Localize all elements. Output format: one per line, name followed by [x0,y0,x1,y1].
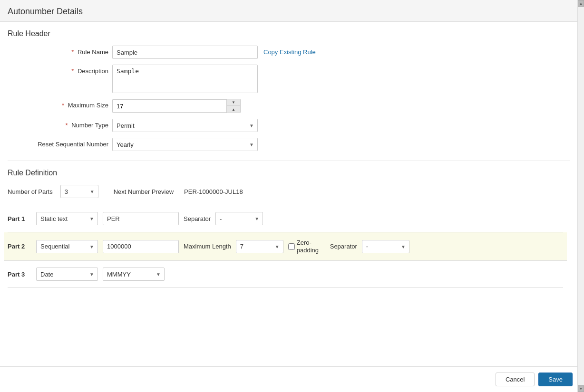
scrollbar-down-button[interactable]: ▼ [578,385,584,392]
rule-definition-section: Rule Definition Number of Parts 1 2 3 4 … [8,169,570,288]
next-number-value: PER-1000000-JUL18 [184,188,243,195]
required-star-name: * [71,48,74,56]
cancel-button[interactable]: Cancel [496,373,535,386]
max-size-spinner: ▼ ▲ [112,99,241,113]
max-size-input[interactable] [112,99,226,113]
required-star-desc: * [71,67,74,75]
section-divider [8,161,570,161]
part-2-separator-select[interactable]: - / . None [362,240,409,253]
part-2-label: Part 2 [8,243,31,250]
part-3-type-select[interactable]: Static text Sequential Date Free Text [36,268,98,281]
part-1-value-input[interactable] [103,212,179,225]
part-1-label: Part 1 [8,215,31,222]
number-type-select-wrap: Permit License Case ▼ [112,119,258,132]
rule-header-title: Rule Header [8,29,570,38]
part-2-separator-select-wrap: - / . None ▼ [362,240,409,253]
footer-bar: Cancel Save [0,366,584,392]
required-star-numtype: * [66,122,68,129]
reset-seq-select[interactable]: Yearly Monthly Never [112,138,258,151]
next-number-label: Next Number Preview [114,188,174,195]
rule-header-section: Rule Header * Rule Name Copy Existing Ru… [8,29,570,151]
description-input[interactable]: Sample [112,65,258,93]
rule-name-row: * Rule Name Copy Existing Rule [8,46,570,59]
zero-padding-wrap: Zero-padding [288,239,325,254]
title-bar: Autonumber Details [0,0,584,22]
spinner-down-button[interactable]: ▼ [227,99,240,106]
spinner-up-button[interactable]: ▲ [227,106,240,113]
num-parts-label: Number of Parts [8,188,53,195]
part-1-type-select-wrap: Static text Sequential Date Free Text ▼ [36,212,98,225]
page-container: Autonumber Details ▲ ▼ Rule Header * Rul… [0,0,584,392]
part-2-maxlen-select-wrap: 1234 567 8910 ▼ [236,240,283,253]
page-title: Autonumber Details [8,7,576,17]
reset-seq-row: Reset Sequential Number Yearly Monthly N… [8,138,570,151]
num-parts-select-wrap: 1 2 3 4 5 ▼ [60,185,98,198]
number-type-row: * Number Type Permit License Case ▼ [8,119,570,132]
save-button[interactable]: Save [538,373,573,386]
copy-existing-rule-link[interactable]: Copy Existing Rule [263,46,316,56]
part-2-row: Part 2 Static text Sequential Date Free … [4,232,567,261]
part-2-type-select-wrap: Static text Sequential Date Free Text ▼ [36,240,98,253]
part-1-separator-label: Separator [184,215,211,222]
part-2-maxlen-select[interactable]: 1234 567 8910 [236,240,283,253]
part-3-type-select-wrap: Static text Sequential Date Free Text ▼ [36,268,98,281]
num-parts-select[interactable]: 1 2 3 4 5 [60,185,98,198]
rd-header: Number of Parts 1 2 3 4 5 ▼ Next Number … [8,185,563,198]
description-label: * Description [8,65,112,75]
scrollbar-track: ▲ ▼ [577,0,584,392]
required-star-maxsize: * [62,102,64,109]
part-1-type-select[interactable]: Static text Sequential Date Free Text [36,212,98,225]
rule-definition-title: Rule Definition [8,169,563,177]
spinner-buttons: ▼ ▲ [226,99,241,113]
rule-name-label: * Rule Name [8,46,112,56]
parts-container: Part 1 Static text Sequential Date Free … [8,205,563,288]
part-1-row: Part 1 Static text Sequential Date Free … [8,205,563,232]
rule-name-input[interactable] [112,46,258,59]
number-type-select[interactable]: Permit License Case [112,119,258,132]
part-2-separator-label: Separator [330,243,357,250]
part-2-value-input[interactable] [103,240,179,253]
part-3-value-select[interactable]: MMMYY MMYY YYYY MM/DD/YYYY [103,268,165,281]
part-3-value-select-wrap: MMMYY MMYY YYYY MM/DD/YYYY ▼ [103,268,165,281]
content-area: Rule Header * Rule Name Copy Existing Ru… [0,22,584,366]
max-size-row: * Maximum Size ▼ ▲ [8,99,570,113]
part-3-label: Part 3 [8,271,31,278]
part-3-row: Part 3 Static text Sequential Date Free … [8,261,563,288]
number-type-label: * Number Type [8,119,112,129]
part-2-type-select[interactable]: Static text Sequential Date Free Text [36,240,98,253]
part-2-maxlen-label: Maximum Length [184,243,231,250]
zero-padding-checkbox[interactable] [288,243,295,250]
reset-seq-select-wrap: Yearly Monthly Never ▼ [112,138,258,151]
zero-padding-label: Zero-padding [297,239,325,254]
part-1-separator-select-wrap: - / . None ▼ [215,212,263,225]
max-size-label: * Maximum Size [8,99,112,109]
part-1-separator-select[interactable]: - / . None [215,212,263,225]
reset-seq-label: Reset Sequential Number [8,138,112,148]
scrollbar-up-button[interactable]: ▲ [578,0,584,7]
description-row: * Description Sample [8,65,570,93]
